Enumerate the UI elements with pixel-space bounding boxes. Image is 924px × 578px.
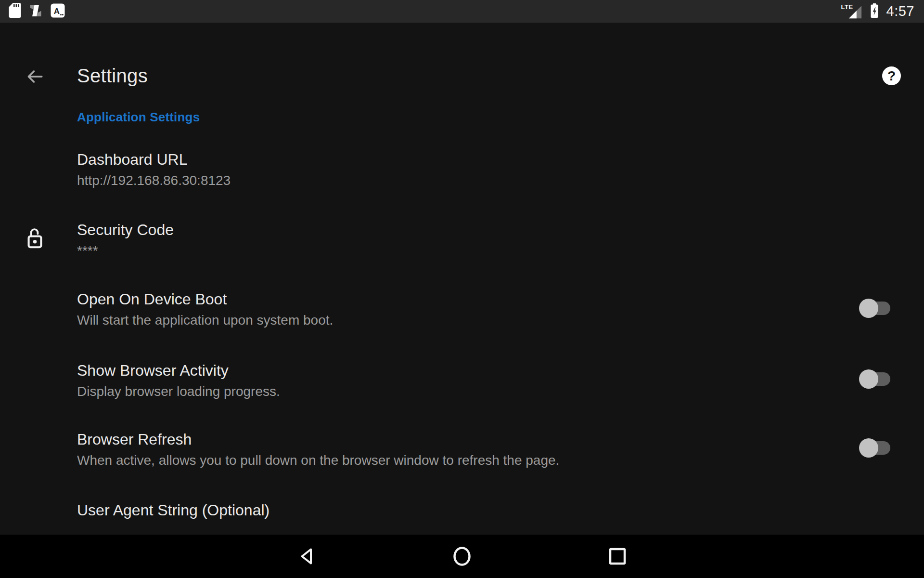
a-app-icon: A	[51, 3, 65, 20]
toggle-browser-refresh[interactable]	[861, 441, 890, 455]
app-bar: Settings ?	[0, 23, 924, 83]
setting-description: When active, allows you to pull down on …	[77, 451, 924, 470]
setting-title: Browser Refresh	[77, 429, 924, 449]
toggle-thumb	[859, 299, 878, 318]
setting-title: Security Code	[77, 220, 924, 240]
setting-row-show-browser-activity[interactable]: Show Browser Activity Display browser lo…	[0, 360, 924, 401]
nav-home-icon[interactable]	[452, 545, 472, 567]
nav-recents-icon[interactable]	[608, 547, 627, 566]
navigation-bar	[0, 535, 924, 578]
setting-value-masked: ****	[77, 241, 924, 261]
status-bar-system-icons: LTE 4:57	[841, 3, 914, 20]
lock-open-icon	[27, 226, 43, 253]
setting-title: Dashboard URL	[77, 149, 924, 170]
section-header-application-settings: Application Settings	[77, 110, 200, 125]
clock: 4:57	[886, 3, 914, 19]
setting-title: User Agent String (Optional)	[77, 500, 924, 520]
setting-row-dashboard-url[interactable]: Dashboard URL http://192.168.86.30:8123	[0, 149, 924, 190]
toggle-open-on-device-boot[interactable]	[861, 302, 890, 315]
setting-description: Will start the application upon system b…	[77, 311, 924, 330]
android-settings-screen: A LTE 4:57	[0, 0, 924, 578]
setting-row-browser-refresh[interactable]: Browser Refresh When active, allows you …	[0, 429, 924, 470]
status-bar-notification-icons: A	[9, 3, 65, 20]
setting-title: Open On Device Boot	[77, 289, 924, 309]
android-n-icon	[28, 3, 43, 20]
setting-row-open-on-device-boot[interactable]: Open On Device Boot Will start the appli…	[0, 289, 924, 330]
toggle-thumb	[859, 438, 878, 458]
toggle-show-browser-activity[interactable]	[861, 372, 890, 386]
setting-row-security-code[interactable]: Security Code ****	[0, 220, 924, 261]
setting-value: http://192.168.86.30:8123	[77, 171, 924, 190]
battery-charging-icon	[870, 3, 879, 20]
setting-title: Show Browser Activity	[77, 360, 924, 381]
setting-description: Display browser loading progress.	[77, 382, 924, 401]
page-title: Settings	[77, 65, 148, 87]
svg-text:A: A	[54, 6, 60, 15]
help-button[interactable]: ?	[882, 66, 901, 85]
setting-row-user-agent-string[interactable]: User Agent String (Optional)	[0, 500, 924, 520]
toggle-thumb	[859, 369, 878, 389]
help-icon: ?	[887, 68, 896, 84]
sd-card-icon	[9, 3, 21, 20]
back-arrow-icon[interactable]	[25, 67, 44, 86]
lte-signal-icon: LTE	[841, 3, 862, 20]
status-bar: A LTE 4:57	[0, 0, 924, 23]
nav-back-icon[interactable]	[297, 546, 316, 567]
